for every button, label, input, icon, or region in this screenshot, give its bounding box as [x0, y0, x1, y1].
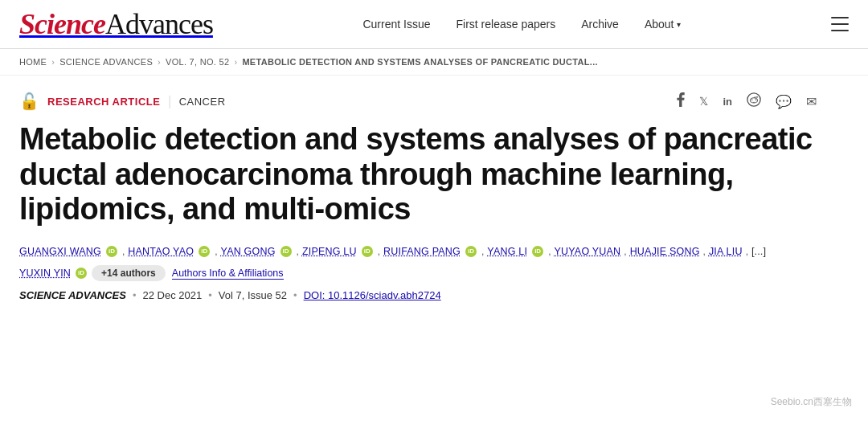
pub-doi-link[interactable]: DOI: 10.1126/sciadv.abh2724 — [304, 289, 441, 301]
page-wrapper: ScienceAdvances Current Issue First rele… — [0, 0, 868, 425]
authors-info-affiliations-link[interactable]: Authors Info & Affiliations — [172, 268, 284, 280]
breadcrumb-sep-3: › — [234, 57, 237, 67]
facebook-icon[interactable] — [677, 92, 685, 110]
author-hantao-yao[interactable]: HANTAO YAO — [128, 246, 194, 257]
watermark: Seebio.cn西塞生物 — [771, 395, 852, 409]
pub-journal: SCIENCE ADVANCES — [19, 289, 126, 301]
site-logo[interactable]: ScienceAdvances — [19, 10, 213, 39]
author-ruifang-pang[interactable]: RUIFANG PANG — [383, 246, 461, 257]
authors-row-1: GUANGXI WANG iD , HANTAO YAO iD , YAN GO… — [19, 245, 817, 257]
authors-row-2: YUXIN YIN iD +14 authors Authors Info & … — [19, 265, 817, 281]
author-yang-li[interactable]: YANG LI — [487, 246, 527, 257]
pub-dot-1: • — [133, 289, 137, 301]
article-meta-row: 🔓 RESEARCH ARTICLE | CANCER 𝕏 in 💬 ✉ — [19, 92, 817, 111]
svg-point-3 — [755, 99, 756, 100]
orcid-icon-yan[interactable]: iD — [280, 246, 292, 257]
svg-point-0 — [747, 93, 760, 106]
author-yuxin-yin[interactable]: YUXIN YIN — [19, 268, 71, 279]
breadcrumb-journal[interactable]: SCIENCE ADVANCES — [59, 57, 153, 67]
wechat-icon[interactable]: 💬 — [776, 94, 792, 109]
orcid-icon-ruifang[interactable]: iD — [465, 246, 477, 257]
header: ScienceAdvances Current Issue First rele… — [0, 0, 868, 49]
pub-dot-2: • — [208, 289, 212, 301]
author-yuyao-yuan[interactable]: YUYAO YUAN — [554, 246, 620, 257]
author-guangxi-wang[interactable]: GUANGXI WANG — [19, 246, 101, 257]
breadcrumb-home[interactable]: HOME — [19, 57, 47, 67]
breadcrumb-sep-2: › — [158, 57, 161, 67]
nav-current-issue[interactable]: Current Issue — [362, 18, 430, 31]
nav-about-label: About — [645, 18, 674, 31]
nav-right-controls — [831, 17, 849, 31]
meta-divider: | — [168, 94, 170, 108]
breadcrumb: HOME › SCIENCE ADVANCES › VOL. 7, NO. 52… — [0, 49, 868, 76]
more-authors-button[interactable]: +14 authors — [92, 265, 166, 281]
reddit-icon[interactable] — [747, 92, 761, 110]
nav-archive[interactable]: Archive — [581, 18, 619, 31]
pub-volume: Vol 7, Issue 52 — [219, 289, 287, 301]
author-jia-liu[interactable]: JIA LIU — [709, 246, 743, 257]
breadcrumb-article-title: METABOLIC DETECTION AND SYSTEMS ANALYSES… — [242, 57, 598, 67]
orcid-icon-zipeng[interactable]: iD — [362, 246, 373, 257]
open-access-icon: 🔓 — [19, 92, 39, 111]
linkedin-icon[interactable]: in — [723, 96, 732, 108]
breadcrumb-volume[interactable]: VOL. 7, NO. 52 — [166, 57, 229, 67]
hamburger-menu-icon[interactable] — [831, 17, 849, 31]
article-meta-left: 🔓 RESEARCH ARTICLE | CANCER — [19, 92, 226, 111]
breadcrumb-sep-1: › — [51, 57, 55, 67]
orcid-icon-guangxi[interactable]: iD — [106, 246, 117, 257]
logo-advances: Advances — [105, 8, 213, 40]
email-icon[interactable]: ✉ — [806, 94, 817, 109]
orcid-icon-hantao[interactable]: iD — [199, 246, 210, 257]
orcid-icon-yang[interactable]: iD — [532, 246, 543, 257]
svg-point-2 — [751, 99, 752, 100]
nav-first-release[interactable]: First release papers — [456, 18, 555, 31]
article-category-label: CANCER — [179, 96, 226, 108]
orcid-icon-yuxin[interactable]: iD — [76, 268, 87, 279]
authors-ellipsis[interactable]: [...] — [751, 245, 766, 257]
author-huajie-song[interactable]: HUAJIE SONG — [630, 246, 700, 257]
article-content: 🔓 RESEARCH ARTICLE | CANCER 𝕏 in 💬 ✉ Met… — [0, 76, 836, 314]
twitter-icon[interactable]: 𝕏 — [699, 95, 708, 108]
social-icons-row: 𝕏 in 💬 ✉ — [677, 92, 817, 110]
main-nav: Current Issue First release papers Archi… — [362, 18, 681, 31]
chevron-down-icon: ▾ — [677, 20, 681, 29]
article-type-label: RESEARCH ARTICLE — [47, 96, 160, 108]
svg-point-1 — [751, 98, 758, 103]
author-yan-gong[interactable]: YAN GONG — [221, 246, 276, 257]
pub-info-row: SCIENCE ADVANCES • 22 Dec 2021 • Vol 7, … — [19, 289, 817, 301]
logo-science: Science — [19, 8, 105, 40]
pub-dot-3: • — [293, 289, 297, 301]
svg-point-4 — [756, 96, 758, 98]
article-title: Metabolic detection and systems analyses… — [19, 122, 817, 227]
nav-about[interactable]: About ▾ — [645, 18, 682, 31]
author-zipeng-lu[interactable]: ZIPENG LU — [302, 246, 357, 257]
pub-date: 22 Dec 2021 — [142, 289, 202, 301]
